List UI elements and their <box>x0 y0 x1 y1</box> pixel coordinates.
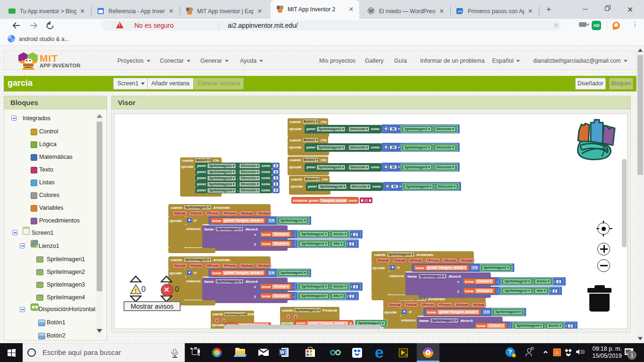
svg-text:!: ! <box>135 288 137 294</box>
